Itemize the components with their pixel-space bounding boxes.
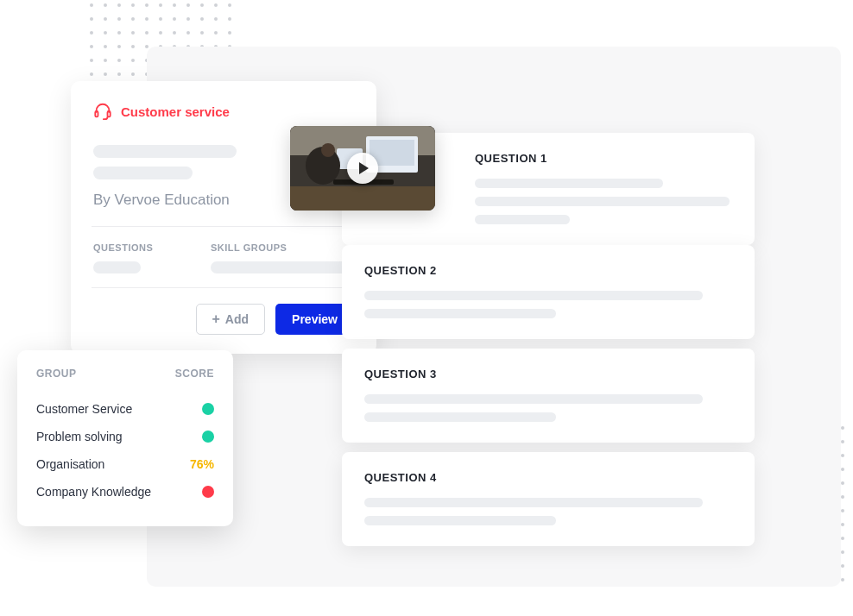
preview-button-label: Preview [292,312,338,326]
score-row-name: Customer Service [36,402,132,416]
skeleton-line [364,516,556,525]
score-row: Problem solving [36,423,214,450]
question-card-3: QUESTION 3 [342,349,755,443]
assessment-card: Customer service By Vervoe Education QUE… [71,81,376,354]
question-title: QUESTION 1 [475,152,732,165]
skeleton-line [93,167,193,179]
question-card-2: QUESTION 2 [342,245,755,339]
video-thumbnail[interactable] [290,126,435,211]
skeleton-line [475,179,663,188]
question-card-4: QUESTION 4 [342,452,755,546]
skeleton-pill [93,261,141,273]
plus-icon: + [212,312,220,326]
svg-rect-7 [290,186,435,211]
skeleton-line [364,412,556,422]
score-indicator-dot [202,431,214,443]
score-row-name: Organisation [36,457,104,471]
play-icon [347,153,378,184]
score-row: Customer Service [36,395,214,423]
question-title: QUESTION 4 [364,471,732,484]
skeleton-line [364,309,556,318]
skeleton-line [364,291,703,300]
add-button[interactable]: + Add [196,304,266,335]
score-indicator-dot [202,403,214,415]
score-header: SCORE [175,368,214,380]
group-header: GROUP [36,368,77,380]
score-percentage: 76% [190,457,214,471]
skeleton-line [364,498,703,507]
score-row-name: Problem solving [36,430,123,443]
question-title: QUESTION 2 [364,264,732,277]
score-row: Organisation 76% [36,450,214,478]
score-row: Company Knowledge [36,478,214,506]
skeleton-line [364,394,703,404]
skeleton-line [475,215,570,224]
add-button-label: Add [225,312,249,326]
score-row-name: Company Knowledge [36,485,151,499]
skeleton-line [93,145,237,158]
score-indicator-dot [202,486,214,498]
skeleton-pill [211,261,357,273]
question-title: QUESTION 3 [364,368,732,380]
assessment-title: Customer service [121,104,230,119]
questions-label: QUESTIONS [93,242,162,253]
skill-groups-label: SKILL GROUPS [211,242,357,253]
svg-point-9 [321,143,335,157]
headset-icon [93,102,112,121]
score-card: GROUP SCORE Customer Service Problem sol… [17,350,233,526]
skeleton-line [475,197,730,206]
